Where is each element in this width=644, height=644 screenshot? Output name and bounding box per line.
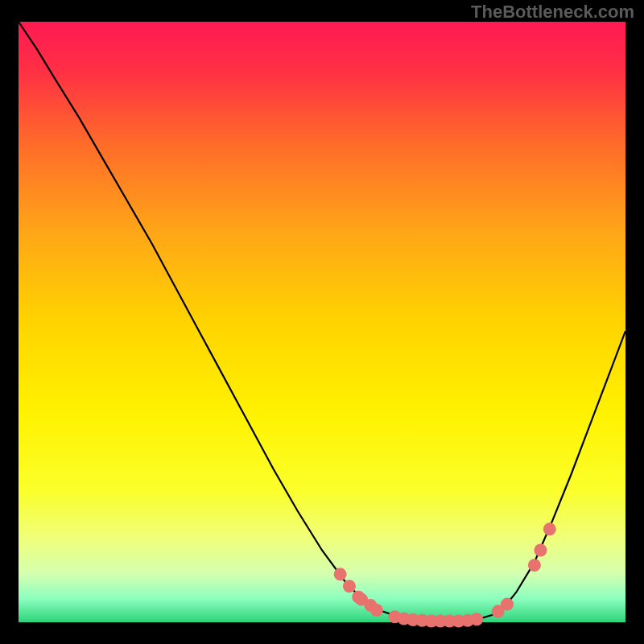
scatter-point xyxy=(343,580,356,592)
scatter-point xyxy=(470,613,483,625)
chart-svg xyxy=(0,0,644,644)
watermark-text: TheBottleneck.com xyxy=(471,2,634,23)
plot-background xyxy=(19,22,625,622)
scatter-point xyxy=(534,543,547,556)
chart-container: TheBottleneck.com xyxy=(0,0,644,644)
scatter-point xyxy=(543,522,556,535)
scatter-point xyxy=(334,568,347,580)
scatter-point xyxy=(528,559,541,572)
scatter-point xyxy=(370,604,383,617)
scatter-point xyxy=(501,598,514,611)
